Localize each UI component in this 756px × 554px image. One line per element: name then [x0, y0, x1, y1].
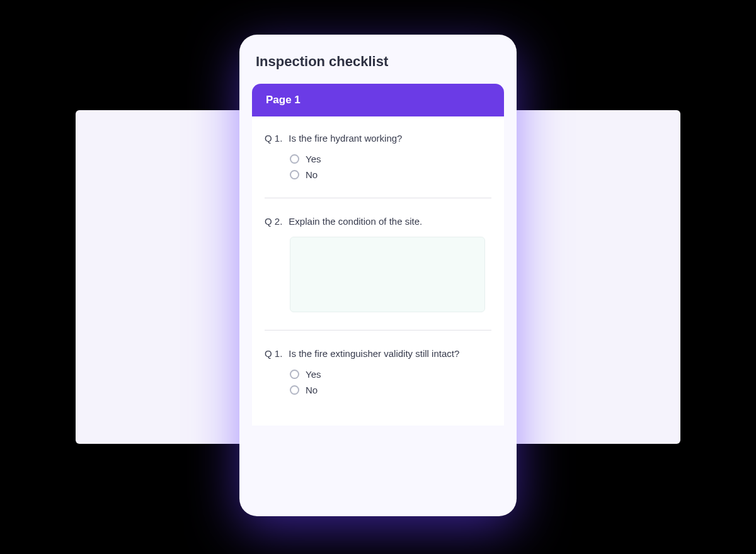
- question-options: Yes No: [265, 154, 491, 180]
- option-label: Yes: [306, 154, 321, 164]
- option-label: Yes: [306, 369, 321, 380]
- question-number: Q 1.: [265, 133, 282, 144]
- option-label: No: [306, 385, 318, 395]
- divider: [265, 330, 491, 331]
- page-header: Page 1: [252, 84, 504, 116]
- question-text: Is the fire hydrant working?: [289, 133, 402, 144]
- radio-icon: [290, 370, 299, 379]
- radio-option-yes[interactable]: Yes: [290, 154, 491, 164]
- question-options: Yes No: [265, 369, 491, 395]
- question-number: Q 2.: [265, 216, 282, 227]
- checklist-card-shadow: Inspection checklist Page 1 Q 1. Is the …: [239, 35, 517, 516]
- divider: [265, 198, 491, 198]
- checklist-card: Inspection checklist Page 1 Q 1. Is the …: [239, 35, 517, 516]
- question-row: Q 1. Is the fire hydrant working?: [265, 133, 491, 144]
- option-label: No: [306, 169, 318, 180]
- question-text: Is the fire extinguisher validity still …: [289, 348, 459, 359]
- question-text: Explain the condition of the site.: [289, 216, 422, 227]
- page-label: Page 1: [266, 94, 301, 106]
- radio-option-no[interactable]: No: [290, 169, 491, 180]
- radio-icon: [290, 170, 299, 179]
- radio-option-no[interactable]: No: [290, 385, 491, 395]
- question-row: Q 2. Explain the condition of the site.: [265, 216, 491, 227]
- question-number: Q 1.: [265, 348, 282, 359]
- question-row: Q 1. Is the fire extinguisher validity s…: [265, 348, 491, 359]
- radio-icon: [290, 154, 299, 164]
- page-title: Inspection checklist: [256, 54, 504, 70]
- radio-icon: [290, 385, 299, 395]
- answer-textarea[interactable]: [290, 237, 485, 312]
- radio-option-yes[interactable]: Yes: [290, 369, 491, 380]
- checklist-body: Q 1. Is the fire hydrant working? Yes No…: [252, 116, 504, 426]
